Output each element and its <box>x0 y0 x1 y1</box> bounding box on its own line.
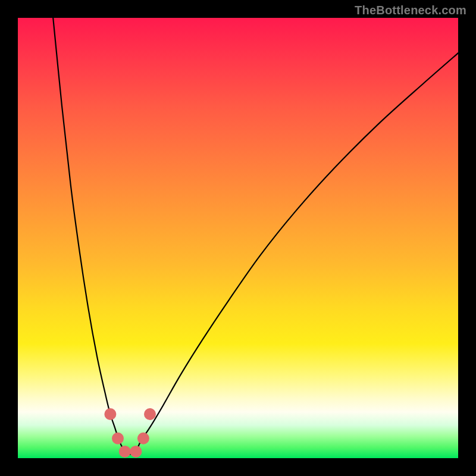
curve-marker <box>130 446 142 458</box>
curve-marker <box>137 433 149 444</box>
chart-svg <box>18 18 458 458</box>
marker-group <box>104 408 156 458</box>
curve-marker <box>112 433 124 444</box>
plot-area <box>18 18 458 458</box>
watermark-text: TheBottleneck.com <box>355 4 466 17</box>
curve-marker <box>144 408 156 420</box>
curve-marker <box>104 408 116 420</box>
bottleneck-curve-path <box>53 18 458 455</box>
curve-marker <box>119 446 131 458</box>
chart-stage: TheBottleneck.com <box>0 0 476 476</box>
